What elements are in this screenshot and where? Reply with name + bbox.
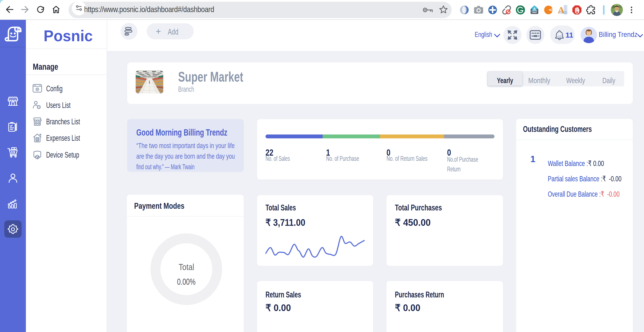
svg-text:A: A [558,5,565,15]
svg-text:A: A [533,7,536,11]
